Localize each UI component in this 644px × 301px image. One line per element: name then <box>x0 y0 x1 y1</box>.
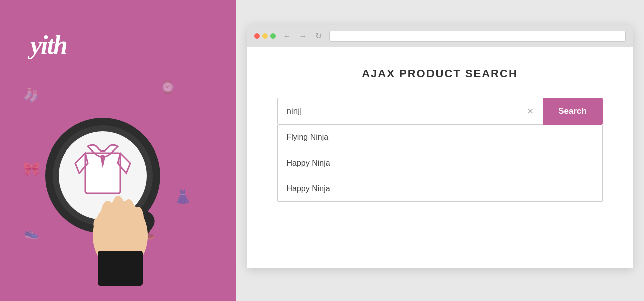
browser-dot-close[interactable] <box>254 33 260 39</box>
search-result-item[interactable]: Happy Ninja <box>278 176 602 201</box>
search-input-wrapper: × <box>277 98 543 125</box>
yith-logo: yith <box>30 30 67 60</box>
browser-back-button[interactable]: ← <box>281 31 294 42</box>
browser-refresh-button[interactable]: ↻ <box>313 30 324 42</box>
search-button[interactable]: Search <box>543 98 603 125</box>
search-dropdown: Flying Ninja Happy Ninja Happy Ninja <box>277 125 603 202</box>
search-input[interactable] <box>278 98 518 124</box>
browser-nav: ← → ↻ <box>281 30 324 42</box>
magnifier-illustration <box>20 70 195 296</box>
browser-dots <box>254 33 276 39</box>
logo-text-accent: h <box>53 31 67 59</box>
browser-dot-maximize[interactable] <box>270 33 276 39</box>
search-row: × Search <box>277 98 603 125</box>
browser-address-bar[interactable] <box>329 31 626 42</box>
left-panel: yith 🧦 ⌚ 🎀 👚 👕 👗 👟 🩴 🥾 <box>0 0 236 301</box>
logo-text-main: yit <box>30 31 53 59</box>
browser-window: ← → ↻ AJAX PRODUCT SEARCH × Search Flyin… <box>247 25 633 268</box>
clear-icon[interactable]: × <box>518 106 543 117</box>
browser-content: AJAX PRODUCT SEARCH × Search Flying Ninj… <box>247 47 633 268</box>
search-result-item[interactable]: Happy Ninja <box>278 150 602 176</box>
right-panel: ← → ↻ AJAX PRODUCT SEARCH × Search Flyin… <box>236 0 644 301</box>
svg-point-14 <box>133 207 144 231</box>
search-result-item[interactable]: Flying Ninja <box>278 125 602 150</box>
page-title: AJAX PRODUCT SEARCH <box>277 67 603 80</box>
browser-dot-minimize[interactable] <box>262 33 268 39</box>
browser-forward-button[interactable]: → <box>297 31 310 42</box>
browser-chrome: ← → ↻ <box>247 25 633 47</box>
svg-rect-16 <box>98 251 143 286</box>
